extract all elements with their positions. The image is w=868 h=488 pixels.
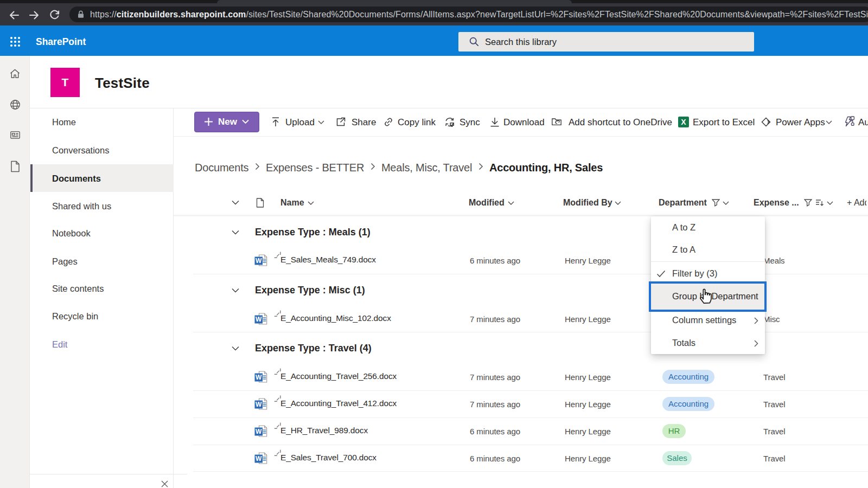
svg-text:W: W <box>256 257 262 265</box>
svg-text:W: W <box>256 374 262 381</box>
svg-text:W: W <box>256 316 262 323</box>
svg-text:W: W <box>256 455 262 463</box>
svg-text:W: W <box>256 401 262 408</box>
svg-text:W: W <box>256 428 262 435</box>
